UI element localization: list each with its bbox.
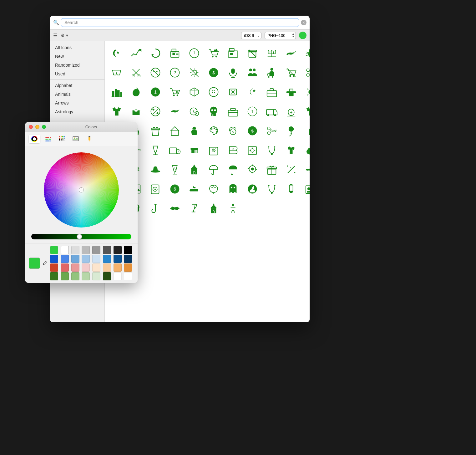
icon-gear-head[interactable] [243,160,262,179]
icon-handshake[interactable] [165,199,184,218]
icon-cart-x[interactable] [165,83,184,101]
icon-comb[interactable] [185,141,204,160]
icon-no-cart[interactable] [282,63,301,82]
icon-building-skyline[interactable] [107,83,126,101]
swatch-cell[interactable] [61,246,69,254]
swatch-cell[interactable] [92,246,100,254]
swatch-cell[interactable] [114,263,122,272]
icon-wine-broken[interactable] [185,199,204,218]
swatch-cell[interactable] [71,246,79,254]
icon-tshirt2[interactable] [301,102,310,121]
icon-crescent-star[interactable] [107,44,126,63]
icon-broken-glass[interactable] [165,160,184,179]
color-wheel-area[interactable] [44,152,119,228]
minimize-button[interactable] [35,125,39,129]
icon-circle-one2[interactable]: 1 [243,102,262,121]
platform-dropdown[interactable]: iOS 9 [241,32,261,39]
sidebar-item-new[interactable]: New [50,52,104,61]
icon-people-group[interactable] [243,63,262,82]
icon-delivery-clock[interactable] [165,141,184,160]
swatch-cell[interactable] [114,272,122,280]
swatch-cell[interactable] [50,263,58,272]
swatch-cell[interactable] [71,272,79,280]
swatch-cell[interactable] [103,272,111,280]
icon-head-silhouette[interactable] [282,121,301,140]
icon-hat-silhouette[interactable] [146,160,165,179]
sidebar-item-all-icons[interactable]: All Icons [50,43,104,52]
icon-brain[interactable] [204,180,223,198]
swatch-cell[interactable] [50,246,58,254]
pencil-palette-button[interactable] [84,135,95,143]
icon-house-open[interactable] [165,121,184,140]
icon-umbrella2[interactable] [224,160,242,179]
image-palette-button[interactable] [70,135,81,143]
icon-church[interactable] [185,160,204,179]
icon-percent-badge[interactable] [146,102,165,121]
swatch-cell[interactable] [114,255,122,263]
icon-dolphin2[interactable] [165,102,184,121]
sidebar-item-used[interactable]: Used [50,69,104,78]
icon-ghost[interactable] [224,180,242,198]
swatch-cell[interactable] [82,263,90,272]
icon-cupcake2[interactable] [185,121,204,140]
icon-crescent-star2[interactable] [243,83,262,101]
search-clear-button[interactable]: ✕ [301,20,306,25]
icon-euro-cycle[interactable]: € [224,121,242,140]
icon-box-open[interactable] [127,102,145,121]
icon-flower[interactable] [301,160,310,179]
swatch-cell[interactable] [61,255,69,263]
swatch-cell[interactable] [124,272,132,280]
settings-button[interactable]: ⚙ ▾ [61,33,68,38]
icon-thumbs-up[interactable] [243,180,262,198]
icon-number-one-circle-fill[interactable]: 1 [146,83,165,101]
sidebar-item-alphabet[interactable]: Alphabet [50,81,104,90]
icon-contact-card[interactable] [301,180,310,198]
icon-dolphin[interactable] [282,44,301,63]
swatch-cell[interactable] [103,246,111,254]
icon-pepper[interactable] [127,83,145,101]
icon-briefcase[interactable] [262,83,281,101]
swatch-cell[interactable] [92,255,100,263]
list-view-button[interactable]: ☰ [53,33,58,38]
swatch-cell[interactable] [114,246,122,254]
icon-hook[interactable] [146,199,165,218]
icon-microphone[interactable] [224,63,242,82]
icon-underwear[interactable] [107,63,126,82]
icon-cart-x2[interactable] [224,83,242,101]
icon-tshirt[interactable] [107,102,126,121]
icon-color-palette[interactable] [204,121,223,140]
icon-sun-burst[interactable] [301,83,310,101]
icon-teapot[interactable] [301,141,310,160]
icon-circle-six[interactable]: 6 [165,180,184,198]
sidebar-item-astrology[interactable]: Astrology [50,107,104,116]
swatch-cell[interactable] [71,263,79,272]
swatch-cell[interactable] [124,255,132,263]
icon-necklace2[interactable] [262,180,281,198]
icon-necklace[interactable] [262,141,281,160]
icon-no-gift[interactable] [243,44,262,63]
swatch-cell[interactable] [82,246,90,254]
icon-fragile-box[interactable] [204,141,223,160]
icon-speed-boat[interactable] [185,180,204,198]
search-input[interactable] [61,18,299,27]
close-button[interactable] [29,125,33,129]
icon-toolbox[interactable] [224,102,242,121]
icon-chart-up[interactable] [127,44,145,63]
icon-settings-box[interactable] [146,180,165,198]
icon-box-3d[interactable] [185,83,204,101]
icon-tombstone[interactable] [282,102,301,121]
icon-gift-bag[interactable] [146,121,165,140]
zoom-button[interactable] [42,125,46,129]
swatch-cell[interactable] [92,272,100,280]
icon-baby-tshirt[interactable] [282,141,301,160]
icon-sun-no[interactable] [185,63,204,82]
icon-delivery-truck[interactable] [262,102,281,121]
color-wheel-button[interactable] [29,135,40,143]
icon-no-face[interactable] [146,63,165,82]
icon-umbrella1[interactable] [204,160,223,179]
icon-scissors[interactable] [301,63,310,82]
icon-dollar-circle[interactable]: $ [204,63,223,82]
icon-register2[interactable] [224,44,242,63]
icon-settings-circle[interactable] [243,141,262,160]
sidebar-item-arrows[interactable]: Arrows [50,99,104,107]
